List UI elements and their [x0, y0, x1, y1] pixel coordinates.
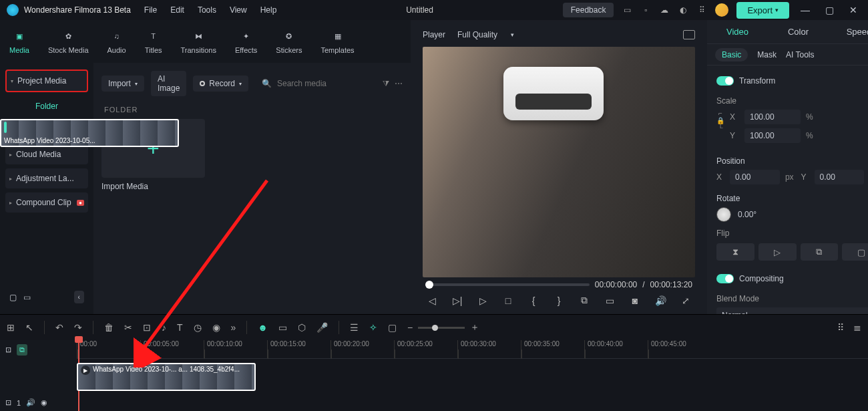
stop-button[interactable]: □ — [501, 295, 515, 306]
position-x-input[interactable]: 0.00 — [730, 170, 780, 184]
sidebar-item-compound-clip[interactable]: ▸Compound Clip● — [5, 192, 88, 213]
select-tool-icon[interactable]: ↖ — [25, 322, 33, 333]
volume-button[interactable]: 🔊 — [654, 295, 667, 306]
play-backward-button[interactable]: ▷| — [451, 295, 464, 306]
media-clip-thumb[interactable]: 00:00:13 ▭ ✓ WhatsApp Video 2023-10-05..… — [0, 119, 179, 147]
scale-y-input[interactable]: 100.00 — [744, 128, 801, 143]
more-icon[interactable]: ⋯ — [395, 79, 403, 88]
cat-transitions[interactable]: ⧓Transitions — [181, 29, 216, 54]
snapshot-button[interactable]: ◙ — [628, 295, 642, 306]
link-scale-icon[interactable]: ⌐🔒└ — [716, 110, 724, 147]
screen-icon[interactable]: ▭ — [622, 5, 632, 15]
zoom-in-button[interactable]: ＋ — [470, 321, 479, 333]
crop-ratio-button[interactable]: ⧉ — [578, 295, 591, 306]
menu-view[interactable]: View — [230, 5, 247, 15]
music-button[interactable]: ♪ — [162, 322, 166, 333]
ai-image-button[interactable]: AI Image — [151, 71, 186, 96]
record-dropdown[interactable]: Record▾ — [193, 76, 248, 92]
import-dropdown[interactable]: Import▾ — [101, 76, 144, 92]
zoom-out-button[interactable]: − — [407, 322, 413, 333]
tab-color[interactable]: Color — [768, 20, 829, 43]
new-folder-icon[interactable]: ▭ — [23, 293, 31, 302]
timeline-tracks[interactable]: 00:0000:00:05:0000:00:10:0000:00:15:0000… — [77, 340, 868, 411]
prev-frame-button[interactable]: ◁ — [425, 295, 439, 306]
cat-effects[interactable]: ✦Effects — [235, 29, 257, 54]
quality-dropdown[interactable]: Full Quality▾ — [455, 28, 517, 41]
export-button[interactable]: Export▾ — [736, 2, 789, 19]
cut-tool-icon[interactable]: ✂ — [124, 322, 132, 333]
mark-in-button[interactable]: { — [527, 295, 540, 306]
feedback-button[interactable]: Feedback — [563, 3, 614, 17]
cat-templates[interactable]: ▦Templates — [320, 29, 354, 54]
crop-button[interactable]: ⊡ — [143, 322, 151, 333]
subtab-basic[interactable]: Basic — [715, 48, 748, 61]
mute-icon[interactable]: ⊡ — [5, 398, 11, 407]
compositing-toggle[interactable] — [716, 274, 734, 283]
zoom-slider[interactable] — [418, 327, 465, 329]
undo-button[interactable]: ↶ — [55, 322, 63, 333]
preview-viewport[interactable] — [423, 47, 695, 277]
tab-video[interactable]: Video — [707, 20, 768, 43]
timeline-settings-icon[interactable]: ≣ — [853, 322, 861, 333]
speed-button[interactable]: ◷ — [194, 322, 202, 333]
cat-stickers[interactable]: ✪Stickers — [276, 29, 302, 54]
menu-edit[interactable]: Edit — [170, 5, 184, 15]
user-avatar-icon[interactable] — [715, 3, 728, 17]
minimize-button[interactable]: — — [797, 5, 813, 15]
maximize-button[interactable]: ▢ — [821, 5, 837, 15]
cloud-icon[interactable]: ☁ — [659, 5, 670, 15]
eye-track-icon[interactable]: ◉ — [41, 398, 47, 407]
apps-grid-icon[interactable]: ⠿ — [696, 5, 707, 15]
sidebar-item-cloud-media[interactable]: ▸Cloud Media — [5, 144, 88, 164]
search-input[interactable] — [277, 79, 377, 88]
cat-audio[interactable]: ♫Audio — [107, 29, 126, 54]
expand-tools-button[interactable]: » — [231, 322, 236, 333]
display-button[interactable]: ▭ — [603, 295, 616, 306]
volume-track-icon[interactable]: 🔊 — [26, 398, 35, 407]
subtab-mask[interactable]: Mask — [757, 50, 777, 59]
collapse-sidebar-button[interactable]: ‹ — [74, 291, 84, 303]
filter-icon[interactable]: ⧩ — [383, 79, 389, 88]
link-tracks-icon[interactable]: ⊡ — [5, 346, 11, 354]
text-button[interactable]: T — [177, 322, 183, 333]
scope-icon[interactable] — [683, 30, 695, 39]
marker-icon[interactable]: ⬡ — [298, 322, 306, 333]
mixer-icon[interactable]: ☰ — [350, 322, 359, 333]
render-icon[interactable]: ▢ — [388, 322, 397, 333]
timeline-clip[interactable]: ▶ WhatsApp Video 2023-10-... a... 1408.3… — [77, 363, 256, 391]
sidebar-item-project-media[interactable]: ▾Project Media — [5, 70, 88, 92]
transform-toggle[interactable] — [716, 76, 734, 86]
sidebar-item-adjustment-layer[interactable]: ▸Adjustment La... — [5, 168, 88, 188]
menu-help[interactable]: Help — [260, 5, 277, 15]
ai-badge-icon[interactable]: ☻ — [258, 322, 268, 333]
scale-x-input[interactable]: 100.00 — [744, 110, 801, 124]
redo-button[interactable]: ↷ — [74, 322, 82, 333]
voice-icon[interactable]: 🎤 — [316, 322, 328, 333]
rotate-knob[interactable] — [716, 207, 731, 222]
flip-v-button[interactable]: ▷ — [758, 243, 797, 261]
new-bin-icon[interactable]: ▢ — [9, 293, 17, 302]
rotate-value-input[interactable]: 0.00° — [738, 210, 756, 219]
copy-button[interactable]: ⧉ — [801, 243, 839, 261]
subtab-ai-tools[interactable]: AI Tools — [786, 50, 814, 59]
enhance-icon[interactable]: ✧ — [369, 322, 377, 333]
cat-titles[interactable]: TTitles — [145, 29, 162, 54]
fullscreen-button[interactable]: ⤢ — [679, 295, 692, 306]
cat-stock-media[interactable]: ✿Stock Media — [48, 29, 89, 54]
lock-icon[interactable]: 1 — [17, 399, 21, 407]
menu-file[interactable]: File — [144, 5, 157, 15]
chain-icon[interactable]: ⧉ — [17, 344, 27, 356]
headphones-icon[interactable]: ◐ — [678, 5, 688, 15]
menu-tools[interactable]: Tools — [198, 5, 216, 15]
position-y-input[interactable]: 0.00 — [815, 170, 865, 184]
color-button[interactable]: ◉ — [212, 322, 220, 333]
close-button[interactable]: ✕ — [845, 5, 861, 15]
save-icon[interactable]: ▫ — [640, 5, 651, 15]
detach-audio-icon[interactable]: ▭ — [278, 322, 287, 333]
reset-button[interactable]: ▢ — [842, 243, 868, 261]
playhead-scrubber[interactable] — [425, 283, 590, 286]
timeline-options-icon[interactable]: ⠿ — [837, 322, 844, 333]
sidebar-item-folder[interactable]: Folder — [5, 96, 88, 116]
play-button[interactable]: ▷ — [476, 295, 489, 306]
timeline-ruler[interactable]: 00:0000:00:05:0000:00:10:0000:00:15:0000… — [77, 340, 868, 359]
